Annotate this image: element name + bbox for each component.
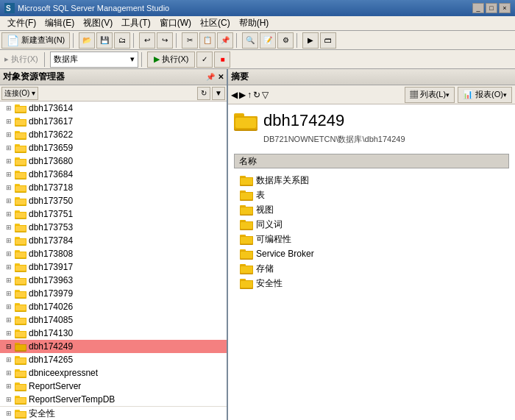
minimize-button[interactable]: _ bbox=[472, 3, 484, 13]
tree-item-dbh174265[interactable]: ⊞ dbh174265 bbox=[0, 353, 227, 366]
tree-item-dbh173614[interactable]: ⊞ dbh173614 bbox=[0, 102, 227, 115]
solution-explorer-btn[interactable]: 🗃 bbox=[320, 32, 336, 49]
cut-button[interactable]: ✂ bbox=[182, 32, 198, 49]
columns-button[interactable]: ▦ 列表(L) ▾ bbox=[405, 87, 455, 103]
object-explorer-title: 对象资源管理器 bbox=[3, 71, 203, 83]
menu-edit[interactable]: 编辑(E) bbox=[40, 16, 79, 30]
tree-item-security[interactable]: ⊞ 安全性 bbox=[0, 407, 227, 420]
detail-item-service-broker[interactable]: Service Broker bbox=[234, 246, 509, 261]
tree-item-dbh173751[interactable]: ⊞ dbh173751 bbox=[0, 207, 227, 221]
tree-item-dbh173917[interactable]: ⊞ dbh173917 bbox=[0, 260, 227, 274]
debug-btn[interactable]: ▶ bbox=[302, 32, 319, 49]
expand-icon: ⊞ bbox=[3, 394, 15, 405]
menu-window[interactable]: 窗口(W) bbox=[155, 16, 196, 30]
detail-item-security-right[interactable]: 安全性 bbox=[234, 276, 509, 291]
menu-help[interactable]: 帮助(H) bbox=[235, 16, 274, 30]
close-button[interactable]: × bbox=[499, 3, 511, 13]
connect-button[interactable]: 连接(O) ▾ bbox=[1, 87, 38, 100]
tree-item-dbh173753[interactable]: ⊞ dbh173753 bbox=[0, 221, 227, 234]
detail-label: 可编程性 bbox=[256, 233, 291, 246]
menu-file[interactable]: 文件(F) bbox=[3, 16, 40, 30]
filter-icon-area: ◀ ▶ ↑ ↻ ▽ bbox=[231, 90, 269, 100]
tree-item-reportserver[interactable]: ⊞ ReportServer bbox=[0, 380, 227, 393]
tree-label: dbh173617 bbox=[29, 116, 73, 127]
close-panel-icon[interactable]: ✕ bbox=[218, 73, 224, 81]
tree-label: dbh173963 bbox=[29, 275, 73, 285]
new-query-button[interactable]: 📄 新建查询(N) bbox=[1, 32, 70, 49]
tree-label: dbh174130 bbox=[29, 328, 73, 338]
tree-item-dbh173680[interactable]: ⊞ dbh173680 bbox=[0, 154, 227, 168]
sync-icon[interactable]: ↻ bbox=[253, 90, 260, 100]
svg-rect-41 bbox=[15, 226, 26, 231]
detail-label: 数据库关系图 bbox=[256, 174, 309, 187]
filter-button[interactable]: ▼ bbox=[212, 87, 225, 100]
tree-item-reportservertempdb[interactable]: ⊞ ReportServerTempDB bbox=[0, 393, 227, 406]
detail-label: 同义词 bbox=[256, 218, 283, 231]
folder-icon bbox=[15, 328, 26, 338]
toolbar-separator-2 bbox=[133, 33, 136, 48]
folder-icon bbox=[15, 381, 26, 391]
maximize-button[interactable]: □ bbox=[486, 3, 497, 13]
filter-icon[interactable]: ▽ bbox=[262, 90, 269, 100]
tree-label: dbh173808 bbox=[29, 249, 73, 259]
tree-item-dbh173718[interactable]: ⊞ dbh173718 bbox=[0, 181, 227, 194]
detail-item-synonyms[interactable]: 同义词 bbox=[234, 217, 509, 232]
save-all-button[interactable]: 🗂 bbox=[114, 32, 130, 49]
detail-item-storage[interactable]: 存储 bbox=[234, 261, 509, 276]
detail-folder-icon bbox=[240, 174, 253, 186]
execute-button[interactable]: ▶ 执行(X) bbox=[147, 51, 196, 68]
tree-item-dbh173659[interactable]: ⊞ dbh173659 bbox=[0, 141, 227, 154]
properties-btn[interactable]: ⚙ bbox=[277, 32, 294, 49]
menu-view[interactable]: 视图(V) bbox=[79, 16, 117, 30]
svg-rect-141 bbox=[241, 281, 252, 288]
tree-item-dbh173750[interactable]: ⊞ dbh173750 bbox=[0, 194, 227, 207]
svg-rect-113 bbox=[241, 178, 252, 185]
menu-tools[interactable]: 工具(T) bbox=[117, 16, 154, 30]
tree-item-dbh173808[interactable]: ⊞ dbh173808 bbox=[0, 247, 227, 260]
paste-button[interactable]: 📌 bbox=[217, 32, 233, 49]
expand-icon: ⊞ bbox=[3, 129, 15, 140]
detail-item-db-diagram[interactable]: 数据库关系图 bbox=[234, 173, 509, 188]
db-dropdown[interactable]: 数据库 ▾ bbox=[50, 51, 138, 68]
svg-rect-137 bbox=[241, 266, 252, 273]
tree-item-dbniceexpressnet[interactable]: ⊞ dbniceexpressnet bbox=[0, 366, 227, 380]
tree-item-dbh173684[interactable]: ⊞ dbh173684 bbox=[0, 168, 227, 181]
tree-item-dbh174130[interactable]: ⊞ dbh174130 bbox=[0, 327, 227, 340]
summary-toolbar: ◀ ▶ ↑ ↻ ▽ ▦ 列表(L) ▾ 📊 报表(O) ▾ bbox=[228, 85, 515, 104]
tree-item-dbh173617[interactable]: ⊞ dbh173617 bbox=[0, 115, 227, 128]
undo-button[interactable]: ↩ bbox=[139, 32, 155, 49]
tree-item-dbh173979[interactable]: ⊞ dbh173979 bbox=[0, 287, 227, 300]
refresh-button[interactable]: ↻ bbox=[197, 87, 210, 100]
detail-label: Service Broker bbox=[256, 249, 314, 259]
copy-button[interactable]: 📋 bbox=[199, 32, 216, 49]
open-file-button[interactable]: 📂 bbox=[79, 32, 95, 49]
save-button[interactable]: 💾 bbox=[96, 32, 113, 49]
object-explorer-btn[interactable]: 🔍 bbox=[242, 32, 258, 49]
tree-label: dbh174026 bbox=[29, 302, 73, 312]
menu-community[interactable]: 社区(C) bbox=[196, 16, 235, 30]
detail-item-tables[interactable]: 表 bbox=[234, 188, 509, 202]
forward-icon[interactable]: ▶ bbox=[239, 90, 246, 100]
redo-button[interactable]: ↪ bbox=[157, 32, 173, 49]
expand-icon: ⊞ bbox=[3, 301, 15, 313]
tree-area[interactable]: ⊞ dbh173614 ⊞ dbh173617 ⊞ dbh173622 bbox=[0, 102, 227, 420]
template-btn[interactable]: 📝 bbox=[260, 32, 276, 49]
expand-icon: ⊞ bbox=[3, 168, 15, 180]
folder-icon bbox=[15, 103, 26, 113]
tree-item-dbh173784[interactable]: ⊞ dbh173784 bbox=[0, 234, 227, 247]
tree-item-dbh174026[interactable]: ⊞ dbh174026 bbox=[0, 300, 227, 313]
up-icon[interactable]: ↑ bbox=[247, 90, 252, 100]
pin-icon[interactable]: 📌 bbox=[206, 73, 215, 81]
tree-item-dbh174249[interactable]: ⊟ dbh174249 bbox=[0, 340, 227, 353]
detail-item-programmability[interactable]: 可编程性 bbox=[234, 232, 509, 246]
back-icon[interactable]: ◀ bbox=[231, 90, 238, 100]
tree-item-dbh173622[interactable]: ⊞ dbh173622 bbox=[0, 128, 227, 141]
parse-button[interactable]: ✓ bbox=[196, 51, 213, 68]
svg-rect-9 bbox=[15, 120, 26, 125]
detail-item-views[interactable]: 视图 bbox=[234, 202, 509, 217]
stop-button[interactable]: ■ bbox=[214, 51, 230, 68]
app-icon: S bbox=[4, 3, 15, 13]
tree-item-dbh173963[interactable]: ⊞ dbh173963 bbox=[0, 274, 227, 287]
tree-item-dbh174085[interactable]: ⊞ dbh174085 bbox=[0, 313, 227, 327]
reports-button[interactable]: 📊 报表(O) ▾ bbox=[458, 87, 512, 103]
